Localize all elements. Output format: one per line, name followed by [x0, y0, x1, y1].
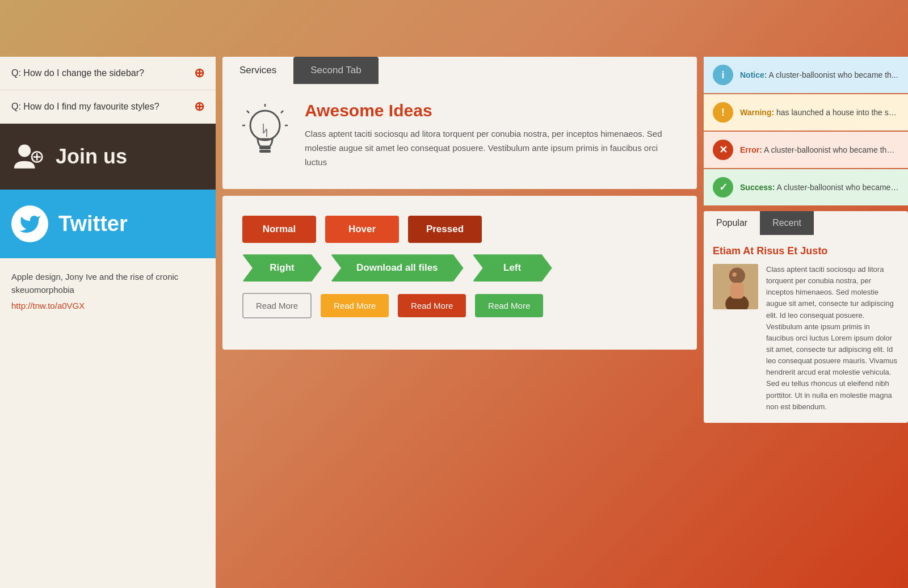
lightbulb-icon	[242, 104, 288, 169]
alert-notice: i Notice: A cluster-balloonist who becam…	[704, 57, 908, 93]
btn-read-more-orange[interactable]: Read More	[398, 294, 466, 317]
middle-column: Services Second Tab	[222, 57, 697, 588]
alert-notice-icon: i	[713, 65, 733, 85]
btn-read-more-gray[interactable]: Read More	[242, 293, 312, 318]
alert-success-text: Success: A cluster-balloonist who became…	[740, 183, 899, 192]
services-content: Awesome Ideas Class aptent taciti socios…	[305, 101, 677, 169]
services-title: Awesome Ideas	[305, 101, 677, 120]
button-row-1: Normal Hover Pressed	[242, 216, 677, 243]
alert-error: ✕ Error: A cluster-balloonist who became…	[704, 132, 908, 168]
join-us-icon	[11, 140, 45, 174]
faq-expand-icon-1[interactable]: ⊕	[194, 67, 204, 79]
svg-point-18	[732, 272, 737, 277]
article-body: Class aptent taciti sociosqu ad litora t…	[766, 264, 899, 413]
twitter-content: Apple design, Jony Ive and the rise of c…	[0, 258, 216, 588]
btn-left[interactable]: Left	[473, 254, 552, 282]
svg-point-0	[18, 144, 31, 157]
faq-item-2[interactable]: Q: How do I find my favourite styles? ⊕	[0, 90, 216, 124]
faq-text-1: Q: How do I change the sidebar?	[11, 68, 144, 78]
buttons-card: Normal Hover Pressed Right Download all …	[222, 196, 697, 350]
btn-read-more-green[interactable]: Read More	[475, 294, 543, 317]
btn-hover[interactable]: Hover	[325, 216, 399, 243]
article-thumbnail	[713, 264, 758, 309]
svg-rect-19	[730, 283, 744, 299]
twitter-header[interactable]: Twitter	[0, 190, 216, 258]
btn-download[interactable]: Download all files	[331, 254, 464, 282]
svg-point-4	[250, 111, 280, 140]
svg-line-8	[247, 111, 249, 113]
twitter-icon	[11, 205, 48, 242]
tab-popular[interactable]: Popular	[704, 211, 760, 235]
faq-item-1[interactable]: Q: How do I change the sidebar? ⊕	[0, 57, 216, 90]
svg-line-9	[281, 111, 283, 113]
services-body-text: Class aptent taciti sociosqu ad litora t…	[305, 127, 677, 169]
services-tabs: Services Second Tab	[222, 57, 697, 84]
alert-error-icon: ✕	[713, 140, 733, 160]
alert-warning-icon: !	[713, 102, 733, 123]
faq-expand-icon-2[interactable]: ⊕	[194, 100, 204, 113]
popular-content: Etiam At Risus Et Justo Class aptent tac…	[704, 235, 908, 423]
svg-rect-5	[259, 146, 271, 149]
svg-rect-6	[259, 150, 271, 153]
svg-point-16	[729, 268, 745, 284]
article-title: Etiam At Risus Et Justo	[713, 245, 899, 257]
btn-right[interactable]: Right	[242, 254, 322, 282]
popular-tabs-row: Popular Recent	[704, 211, 908, 235]
article-row: Class aptent taciti sociosqu ad litora t…	[713, 264, 899, 413]
twitter-link[interactable]: http://tnw.to/a0VGX	[11, 301, 85, 310]
tab-second[interactable]: Second Tab	[293, 57, 378, 84]
twitter-label: Twitter	[58, 212, 128, 236]
tab-services[interactable]: Services	[222, 57, 293, 84]
faq-text-2: Q: How do I find my favourite styles?	[11, 102, 159, 112]
alert-notice-text: Notice: A cluster-balloonist who became …	[740, 70, 898, 79]
join-us-label: Join us	[56, 145, 127, 169]
alert-success-icon: ✓	[713, 177, 733, 198]
popular-card: Popular Recent Etiam At Risus Et Justo	[704, 211, 908, 423]
button-row-3: Read More Read More Read More Read More	[242, 293, 677, 318]
twitter-body: Apple design, Jony Ive and the rise of c…	[11, 271, 204, 296]
services-card: Services Second Tab	[222, 57, 697, 189]
alert-warning: ! Warning: has launched a house into the…	[704, 94, 908, 131]
btn-normal[interactable]: Normal	[242, 216, 316, 243]
alert-error-text: Error: A cluster-balloonist who became t…	[740, 145, 899, 154]
services-body: Awesome Ideas Class aptent taciti socios…	[222, 84, 697, 189]
tab-recent[interactable]: Recent	[760, 211, 814, 235]
btn-read-more-yellow[interactable]: Read More	[321, 294, 389, 317]
button-row-2: Right Download all files Left	[242, 254, 677, 282]
alert-success: ✓ Success: A cluster-balloonist who beca…	[704, 169, 908, 205]
left-column: Q: How do I change the sidebar? ⊕ Q: How…	[0, 57, 216, 588]
alert-warning-text: Warning: has launched a house into the s…	[740, 108, 899, 117]
right-column: i Notice: A cluster-balloonist who becam…	[704, 57, 908, 588]
btn-pressed[interactable]: Pressed	[408, 216, 482, 243]
join-us-box[interactable]: Join us	[0, 124, 216, 190]
